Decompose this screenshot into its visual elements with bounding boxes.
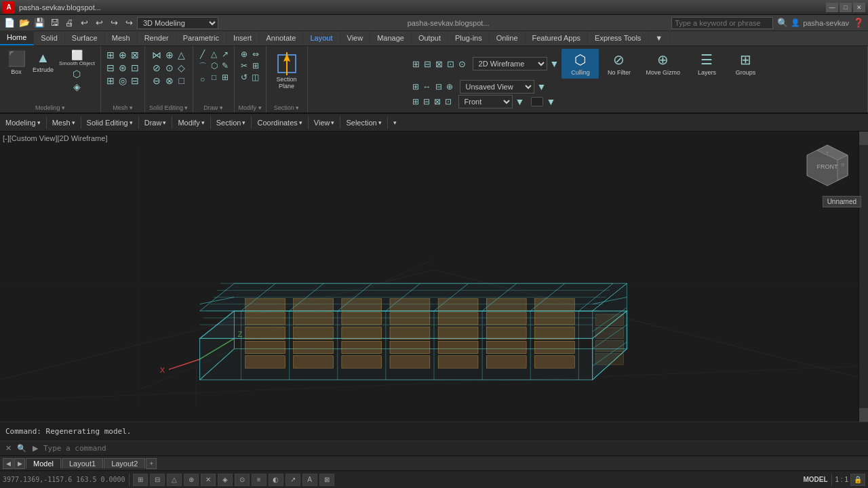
command-input[interactable] [43,444,865,453]
new-button[interactable]: 📄 [3,17,16,29]
polar-button[interactable]: △ [167,474,182,486]
grid-button[interactable]: ⊞ [133,474,148,486]
vc-r3-1[interactable]: ⊞ [411,96,420,107]
se-s9[interactable]: □ [176,75,186,87]
draw-s4[interactable]: △ [210,49,219,60]
mesh-btn2[interactable]: ⬡ [58,68,96,80]
tb-extra[interactable]: ▾ [391,118,399,127]
se-s5[interactable]: ⊙ [164,62,175,74]
vc-r2-2[interactable]: ↔ [422,81,433,92]
color-dropdown[interactable]: ▼ [545,96,557,108]
layout-add-button[interactable]: + [146,458,157,469]
mod-s1[interactable]: ⊕ [239,49,249,60]
mesh-s2[interactable]: ⊟ [105,62,116,74]
vc-btn4[interactable]: ⊡ [446,58,456,70]
minimize-button[interactable]: — [826,3,838,12]
layout-tab-model[interactable]: Model [26,458,61,468]
tb-view[interactable]: View ▾ [311,117,338,128]
vd-dropdown[interactable]: ▼ [514,96,526,108]
vc-btn5[interactable]: ⊙ [457,58,467,70]
undo-button[interactable]: ↩ [77,17,91,29]
layout-tab-layout1[interactable]: Layout1 [62,458,103,468]
vc-r3-2[interactable]: ⊟ [422,96,431,107]
draw-s3[interactable]: ○ [197,74,208,85]
mesh-s1[interactable]: ⊞ [105,49,116,61]
vc-r3-4[interactable]: ⊡ [443,96,453,107]
tb-coordinates[interactable]: Coordinates ▾ [254,117,304,128]
tab-insert[interactable]: Insert [226,30,260,45]
annot-button[interactable]: A [302,474,317,486]
search-input[interactable] [671,17,773,29]
search-button[interactable]: 🔍 [776,17,789,29]
tab-render[interactable]: Render [138,30,176,45]
tab-surface[interactable]: Surface [65,30,105,45]
trans-button[interactable]: ◐ [269,474,283,486]
plot-button[interactable]: 🖨 [62,17,76,29]
layout-prev-button[interactable]: ◀ [3,458,14,469]
tb-solidediting[interactable]: Solid Editing ▾ [84,117,136,128]
tab-home[interactable]: Home [0,30,34,45]
se-s2[interactable]: ⊘ [151,62,163,74]
named-view-button[interactable]: Unnamed [823,196,861,207]
vc-btn3[interactable]: ⊠ [434,58,444,70]
movegizmo-button[interactable]: ⊕ Move Gizmo [639,49,687,79]
mesh-btn3[interactable]: ◈ [58,81,96,93]
tab-online[interactable]: Online [490,30,526,45]
vc-r2-3[interactable]: ⊟ [434,81,443,92]
layout-tab-layout2[interactable]: Layout2 [104,458,145,468]
tab-manage[interactable]: Manage [370,30,412,45]
groups-button[interactable]: ⊞ Groups [727,49,764,79]
tb-modify[interactable]: Modify ▾ [175,117,207,128]
help-button[interactable]: ❓ [852,17,865,29]
open-button[interactable]: 📂 [18,17,31,29]
draw-s8[interactable]: ✎ [220,60,230,71]
se-s3[interactable]: ⊖ [151,75,163,87]
smooth-btn[interactable]: ⬜ Smooth Object [58,49,96,67]
tab-parametric[interactable]: Parametric [176,30,226,45]
ws-button[interactable]: ⊠ [319,474,334,486]
tab-express-tools[interactable]: Express Tools [588,30,648,45]
view-direction-select[interactable]: Front [458,95,513,108]
view-preset-select[interactable]: Unsaved View [460,80,534,94]
vs-dropdown[interactable]: ▼ [549,58,561,70]
cmd-search[interactable]: 🔍 [16,443,27,455]
redo2-button[interactable]: ↪ [122,17,136,29]
draw-s9[interactable]: ⊞ [220,72,230,83]
mod-s5[interactable]: ⊞ [250,60,260,71]
tb-selection[interactable]: Selection ▾ [343,117,384,128]
tb-draw[interactable]: Draw ▾ [142,117,170,128]
lock-button[interactable]: 🔒 [850,474,865,486]
tab-view[interactable]: View [340,30,371,45]
redo-button[interactable]: ↪ [107,17,121,29]
draw-s6[interactable]: □ [210,72,219,83]
box-button[interactable]: ⬛ Box [4,49,28,77]
object-snap-button[interactable]: ⊕ [184,474,199,486]
select-button[interactable]: ↗ [285,474,300,486]
viewport-gizmo[interactable]: FRONT R T [800,138,854,192]
vc-r3-3[interactable]: ⊠ [433,96,442,107]
section-plane-button[interactable]: SectionPlane [271,49,303,92]
se-s4[interactable]: ⊕ [164,49,175,61]
tb-mesh[interactable]: Mesh ▾ [50,117,78,128]
color-btn[interactable] [531,97,543,106]
vc-r2-1[interactable]: ⊞ [411,81,420,92]
close-button[interactable]: ✕ [853,3,865,12]
vc-btn2[interactable]: ⊟ [422,58,433,70]
draw-s1[interactable]: ╱ [197,49,208,60]
cmd-arrow[interactable]: ▶ [30,443,41,455]
tab-output[interactable]: Output [412,30,448,45]
mesh-s4[interactable]: ⊕ [117,49,128,61]
tab-layout[interactable]: Layout [303,30,340,45]
mesh-s3[interactable]: ⊞ [105,75,116,87]
mesh-s7[interactable]: ⊠ [130,49,140,61]
lw-button[interactable]: ≡ [252,474,267,486]
dyn-button[interactable]: ⊙ [235,474,250,486]
mesh-s9[interactable]: ⊟ [130,75,140,87]
nofilter-button[interactable]: ⊘ No Filter [600,49,637,79]
draw-s2[interactable]: ⌒ [197,60,208,73]
se-s8[interactable]: ◇ [176,62,186,74]
se-s7[interactable]: △ [176,49,186,61]
vc-btn1[interactable]: ⊞ [411,58,421,70]
layout-next-button[interactable]: ▶ [14,458,25,469]
vp-dropdown[interactable]: ▼ [536,81,548,93]
